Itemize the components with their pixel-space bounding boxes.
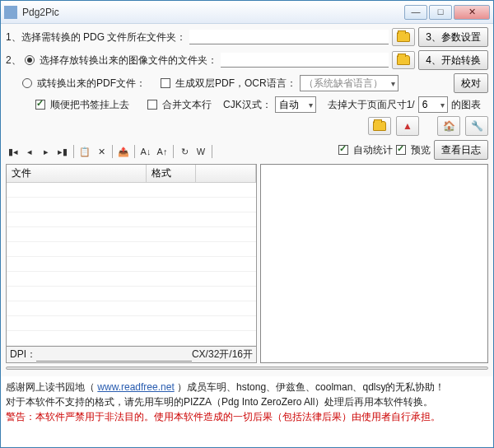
folder-icon [373, 121, 386, 131]
merge-text-checkbox[interactable] [147, 100, 157, 110]
file-table[interactable]: 文件 格式 [6, 164, 257, 347]
remove-value: 6 [422, 99, 428, 110]
preview-pane [260, 164, 488, 363]
dual-pdf-checkbox[interactable] [161, 78, 170, 88]
close-button[interactable]: ✕ [454, 5, 490, 20]
ocr-lang-value: （系统缺省语言） [304, 77, 383, 91]
bookmark-checkbox[interactable] [35, 100, 45, 110]
export-button[interactable]: 📤 [116, 144, 131, 159]
footer-link[interactable]: www.readfree.net [97, 381, 174, 393]
browse-output-button[interactable] [392, 51, 415, 69]
ocr-lang-select[interactable]: （系统缺省语言） [300, 75, 398, 91]
prev-button[interactable]: ◂ [22, 144, 37, 159]
start-convert-button[interactable]: 4、开始转换 [418, 50, 488, 70]
titlebar: Pdg2Pic — □ ✕ [1, 1, 493, 24]
cjk-select[interactable]: 自动 [275, 96, 316, 113]
col-format-header[interactable]: 格式 [147, 165, 196, 182]
footer-text-1b: ）成员车明、hstong、伊兹鱼、coolman、qdlsy的无私协助！ [177, 381, 445, 393]
folder-icon [397, 55, 410, 65]
text-button[interactable]: W [193, 144, 208, 159]
copy-button[interactable]: 📋 [77, 144, 92, 159]
browse-button-3[interactable] [368, 117, 391, 135]
output-folder-input[interactable] [221, 53, 389, 68]
source-folder-input[interactable] [189, 30, 389, 44]
col-file-header[interactable]: 文件 [7, 165, 147, 182]
view-log-button[interactable]: 查看日志 [434, 140, 488, 160]
cjk-label: CJK汉式： [223, 98, 272, 112]
autostats-checkbox[interactable] [338, 145, 348, 155]
table-body[interactable] [7, 183, 256, 347]
merge-text-label: 合并文本行 [162, 98, 212, 112]
pdf-radio-label: 或转换出来的PDF文件： [37, 77, 146, 91]
minimize-button[interactable]: — [404, 5, 427, 20]
dpi-input[interactable] [36, 348, 192, 362]
step1-label: 1、选择需转换的 PDG 文件所在文件夹： [6, 30, 186, 44]
app-icon [4, 6, 17, 19]
folder-icon [397, 32, 410, 42]
sort-desc-button[interactable]: A↑ [155, 144, 170, 159]
tool-icon-2[interactable]: 🔧 [465, 116, 488, 136]
dpi-suffix: CX/32开/16开 [192, 348, 253, 362]
dpi-label: DPI： [10, 348, 36, 362]
pdf-icon-button[interactable]: ▲ [396, 116, 419, 136]
footer-text-1a: 感谢网上读书园地（ [6, 381, 95, 393]
remove-fraction-select[interactable]: 6 [418, 96, 448, 113]
step2-label: 2、 [6, 54, 21, 68]
sort-asc-button[interactable]: A↓ [138, 144, 153, 159]
pdf-icon: ▲ [403, 120, 412, 132]
house-icon: 🏠 [443, 120, 455, 132]
autostats-label: 自动统计 [353, 143, 393, 157]
dual-pdf-label: 生成双层PDF，OCR语言： [175, 77, 296, 91]
delete-button[interactable]: ✕ [94, 144, 109, 159]
first-button[interactable]: ▮◂ [6, 144, 21, 159]
maximize-button[interactable]: □ [429, 5, 452, 20]
wrench-icon: 🔧 [471, 120, 483, 132]
footer: 感谢网上读书园地（ www.readfree.net ）成员车明、hstong、… [1, 376, 493, 427]
bookmark-label: 顺便把书签挂上去 [50, 98, 129, 112]
next-button[interactable]: ▸ [39, 144, 54, 159]
step2-radio-label: 选择存放转换出来的图像文件的文件夹： [40, 54, 217, 68]
footer-warning: 警告：本软件严禁用于非法目的。使用本软件造成的一切后果（包括法律后果）由使用者自… [6, 409, 488, 424]
tool-icon-1[interactable]: 🏠 [437, 116, 460, 136]
col-spacer [196, 165, 256, 182]
preview-checkbox[interactable] [396, 145, 406, 155]
output-folder-radio[interactable] [25, 55, 35, 65]
remove-label: 去掉大于页面尺寸1/ [328, 98, 415, 112]
nav-toolbar: ▮◂ ◂ ▸ ▸▮ 📋 ✕ 📤 A↓ A↑ ↻ W [6, 142, 214, 161]
window-title: Pdg2Pic [22, 7, 404, 18]
verify-button[interactable]: 校对 [454, 73, 488, 93]
preview-label: 预览 [411, 143, 431, 157]
progress-slider[interactable] [6, 366, 488, 370]
params-button[interactable]: 3、参数设置 [418, 27, 488, 47]
last-button[interactable]: ▸▮ [55, 144, 70, 159]
remove-suffix: 的图表 [451, 98, 481, 112]
cjk-value: 自动 [279, 98, 299, 112]
refresh-button[interactable]: ↻ [177, 144, 192, 159]
output-pdf-radio[interactable] [22, 78, 32, 88]
footer-text-2: 对于本软件不支持的格式，请先用车明的PIZZA（Pdg Into ZeroZer… [6, 394, 488, 409]
browse-source-button[interactable] [392, 28, 415, 46]
